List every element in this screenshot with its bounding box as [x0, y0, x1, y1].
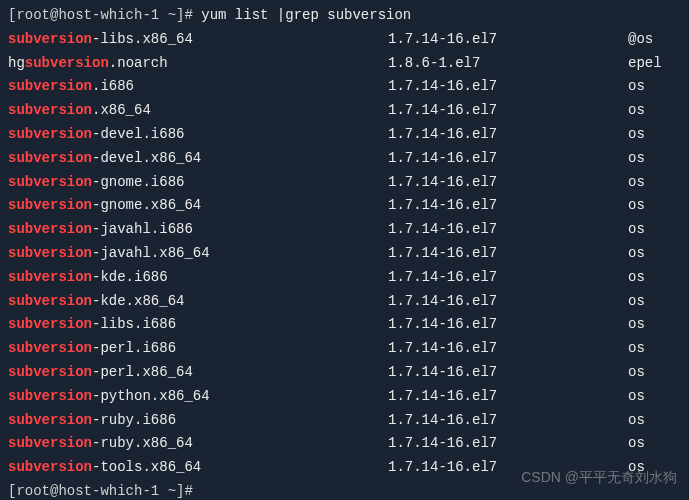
package-suffix: -ruby.x86_64 — [92, 435, 193, 451]
package-row: subversion-gnome.i6861.7.14-16.el7os — [8, 171, 681, 195]
package-repo: os — [628, 337, 645, 361]
package-suffix: -perl.i686 — [92, 340, 176, 356]
package-row: subversion-devel.x86_641.7.14-16.el7os — [8, 147, 681, 171]
package-version: 1.7.14-16.el7 — [388, 171, 628, 195]
package-version: 1.7.14-16.el7 — [388, 242, 628, 266]
package-version: 1.7.14-16.el7 — [388, 28, 628, 52]
highlight-match: subversion — [8, 435, 92, 451]
package-version: 1.7.14-16.el7 — [388, 218, 628, 242]
highlight-match: subversion — [8, 31, 92, 47]
command-text: yum list |grep subversion — [201, 4, 411, 28]
package-repo: os — [628, 99, 645, 123]
package-suffix: -javahl.x86_64 — [92, 245, 210, 261]
package-row: subversion.i6861.7.14-16.el7os — [8, 75, 681, 99]
package-suffix: -tools.x86_64 — [92, 459, 201, 475]
package-name: subversion-python.x86_64 — [8, 385, 388, 409]
package-version: 1.7.14-16.el7 — [388, 385, 628, 409]
package-name: subversion-ruby.i686 — [8, 409, 388, 433]
package-name: subversion-javahl.x86_64 — [8, 242, 388, 266]
package-name: subversion-ruby.x86_64 — [8, 432, 388, 456]
package-suffix: -javahl.i686 — [92, 221, 193, 237]
package-repo: os — [628, 432, 645, 456]
package-version: 1.7.14-16.el7 — [388, 266, 628, 290]
package-name: subversion-perl.i686 — [8, 337, 388, 361]
package-name: subversion-tools.x86_64 — [8, 456, 388, 480]
package-row: subversion-gnome.x86_641.7.14-16.el7os — [8, 194, 681, 218]
package-repo: epel — [628, 52, 662, 76]
package-repo: os — [628, 290, 645, 314]
package-name: subversion.x86_64 — [8, 99, 388, 123]
package-row: subversion-javahl.x86_641.7.14-16.el7os — [8, 242, 681, 266]
package-suffix: .i686 — [92, 78, 134, 94]
package-version: 1.7.14-16.el7 — [388, 147, 628, 171]
highlight-match: subversion — [8, 388, 92, 404]
highlight-match: subversion — [8, 269, 92, 285]
shell-prompt: [root@host-which-1 ~]# — [8, 480, 201, 500]
package-repo: os — [628, 147, 645, 171]
package-row: subversion.x86_641.7.14-16.el7os — [8, 99, 681, 123]
package-row: hgsubversion.noarch1.8.6-1.el7epel — [8, 52, 681, 76]
highlight-match: subversion — [8, 126, 92, 142]
package-name: subversion-gnome.x86_64 — [8, 194, 388, 218]
package-repo: os — [628, 194, 645, 218]
package-suffix: -libs.x86_64 — [92, 31, 193, 47]
package-row: subversion-perl.x86_641.7.14-16.el7os — [8, 361, 681, 385]
package-version: 1.7.14-16.el7 — [388, 361, 628, 385]
package-name: subversion-javahl.i686 — [8, 218, 388, 242]
package-version: 1.7.14-16.el7 — [388, 99, 628, 123]
package-name: subversion-kde.i686 — [8, 266, 388, 290]
package-repo: os — [628, 123, 645, 147]
package-suffix: -perl.x86_64 — [92, 364, 193, 380]
command-line[interactable]: [root@host-which-1 ~]# yum list |grep su… — [8, 4, 681, 28]
package-row: subversion-kde.i6861.7.14-16.el7os — [8, 266, 681, 290]
package-suffix: -libs.i686 — [92, 316, 176, 332]
package-suffix: -gnome.i686 — [92, 174, 184, 190]
highlight-match: subversion — [8, 293, 92, 309]
shell-prompt: [root@host-which-1 ~]# — [8, 4, 201, 28]
package-suffix: -ruby.i686 — [92, 412, 176, 428]
package-suffix: -gnome.x86_64 — [92, 197, 201, 213]
highlight-match: subversion — [8, 174, 92, 190]
package-repo: @os — [628, 28, 653, 52]
highlight-match: subversion — [8, 340, 92, 356]
package-name: subversion-libs.x86_64 — [8, 28, 388, 52]
package-repo: os — [628, 266, 645, 290]
package-row: subversion-ruby.i6861.7.14-16.el7os — [8, 409, 681, 433]
package-repo: os — [628, 313, 645, 337]
package-version: 1.7.14-16.el7 — [388, 432, 628, 456]
package-suffix: -devel.x86_64 — [92, 150, 201, 166]
highlight-match: subversion — [8, 459, 92, 475]
package-version: 1.7.14-16.el7 — [388, 313, 628, 337]
highlight-match: subversion — [25, 55, 109, 71]
package-name: subversion-devel.x86_64 — [8, 147, 388, 171]
terminal-output: [root@host-which-1 ~]# yum list |grep su… — [8, 4, 681, 500]
package-name: subversion-kde.x86_64 — [8, 290, 388, 314]
package-suffix: .x86_64 — [92, 102, 151, 118]
package-suffix: .noarch — [109, 55, 168, 71]
highlight-match: subversion — [8, 316, 92, 332]
package-repo: os — [628, 242, 645, 266]
package-version: 1.7.14-16.el7 — [388, 75, 628, 99]
package-name: hgsubversion.noarch — [8, 52, 388, 76]
package-name: subversion-gnome.i686 — [8, 171, 388, 195]
package-row: subversion-devel.i6861.7.14-16.el7os — [8, 123, 681, 147]
package-version: 1.7.14-16.el7 — [388, 123, 628, 147]
package-repo: os — [628, 361, 645, 385]
package-repo: os — [628, 75, 645, 99]
package-version: 1.8.6-1.el7 — [388, 52, 628, 76]
package-version: 1.7.14-16.el7 — [388, 194, 628, 218]
highlight-match: subversion — [8, 197, 92, 213]
highlight-match: subversion — [8, 245, 92, 261]
package-name: subversion-perl.x86_64 — [8, 361, 388, 385]
package-suffix: -python.x86_64 — [92, 388, 210, 404]
package-row: subversion-python.x86_641.7.14-16.el7os — [8, 385, 681, 409]
package-repo: os — [628, 385, 645, 409]
package-repo: os — [628, 171, 645, 195]
package-repo: os — [628, 409, 645, 433]
package-suffix: -kde.x86_64 — [92, 293, 184, 309]
package-row: subversion-javahl.i6861.7.14-16.el7os — [8, 218, 681, 242]
package-prefix: hg — [8, 55, 25, 71]
package-version: 1.7.14-16.el7 — [388, 290, 628, 314]
highlight-match: subversion — [8, 78, 92, 94]
package-version: 1.7.14-16.el7 — [388, 337, 628, 361]
